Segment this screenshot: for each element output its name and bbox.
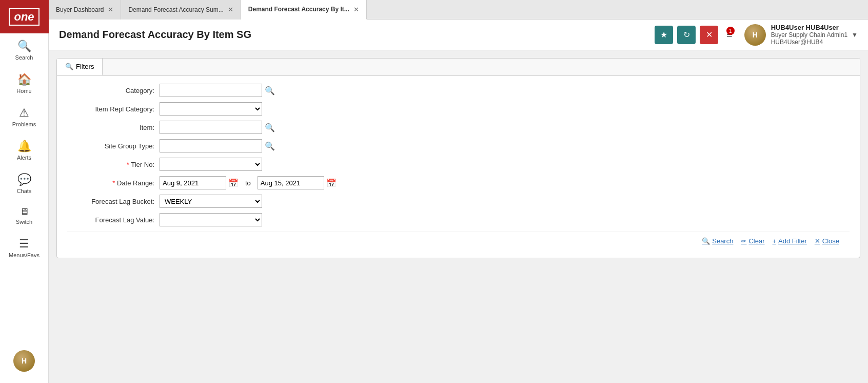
tier-no-row: * Tier No: bbox=[67, 158, 850, 171]
close-filter-icon: ✕ bbox=[815, 237, 820, 245]
notification-button[interactable]: ≡ 1 bbox=[726, 29, 733, 41]
sidebar: one 🔍 Search 🏠 Home ⚠ Problems 🔔 Alerts … bbox=[0, 0, 49, 383]
page-title: Demand Forecast Accuracy By Item SG bbox=[59, 29, 655, 41]
tab-demand-forecast-sum[interactable]: Demand Forecast Accuracy Sum... ✕ bbox=[121, 0, 241, 20]
date-range-control: 📅 to 📅 bbox=[160, 176, 337, 189]
clear-action-icon: ✏ bbox=[741, 237, 746, 245]
forecast-lag-value-select[interactable] bbox=[160, 213, 262, 226]
filter-panel: 🔍 Filters Category: 🔍 bbox=[56, 58, 860, 258]
tab-buyer-dashboard[interactable]: Buyer Dashboard ✕ bbox=[49, 0, 121, 20]
avatar-initials: H bbox=[13, 350, 35, 372]
forecast-lag-bucket-select[interactable]: WEEKLY DAILY MONTHLY bbox=[160, 195, 262, 208]
date-from-input[interactable] bbox=[160, 176, 226, 189]
menus-icon: ☰ bbox=[19, 237, 29, 251]
search-icon: 🔍 bbox=[17, 40, 31, 53]
user-info: HUB4User HUB4User Buyer Supply Chain Adm… bbox=[771, 24, 847, 46]
switch-icon: 🖥 bbox=[19, 206, 29, 217]
filter-body: Category: 🔍 Item Repl Category: bbox=[57, 76, 860, 258]
sidebar-item-home-label: Home bbox=[16, 88, 31, 94]
sidebar-item-menus-label: Menus/Favs bbox=[9, 252, 40, 258]
site-group-type-row: Site Group Type: 🔍 bbox=[67, 139, 850, 152]
refresh-button[interactable]: ↻ bbox=[677, 26, 696, 44]
item-control: 🔍 bbox=[160, 121, 275, 134]
category-search-button[interactable]: 🔍 bbox=[265, 86, 275, 95]
tab-buyer-dashboard-label: Buyer Dashboard bbox=[56, 6, 104, 13]
clear-action-label: Clear bbox=[748, 237, 764, 245]
sidebar-bottom: H bbox=[0, 344, 48, 383]
sidebar-item-home[interactable]: 🏠 Home bbox=[0, 67, 48, 100]
clear-button[interactable]: ✏ Clear bbox=[741, 237, 764, 245]
forecast-lag-bucket-label: Forecast Lag Bucket: bbox=[67, 198, 160, 205]
item-input[interactable] bbox=[160, 121, 262, 134]
forecast-lag-bucket-control: WEEKLY DAILY MONTHLY bbox=[160, 195, 262, 208]
user-name: HUB4User HUB4User bbox=[771, 24, 847, 31]
sidebar-item-switch[interactable]: 🖥 Switch bbox=[0, 200, 48, 231]
notification-badge: 1 bbox=[726, 27, 735, 35]
sidebar-item-problems[interactable]: ⚠ Problems bbox=[0, 100, 48, 133]
logo-text: one bbox=[9, 8, 39, 26]
item-repl-category-label: Item Repl Category: bbox=[67, 105, 160, 113]
main-content: Buyer Dashboard ✕ Demand Forecast Accura… bbox=[49, 0, 868, 383]
search-action-icon: 🔍 bbox=[702, 237, 710, 245]
category-label: Category: bbox=[67, 87, 160, 94]
item-row: Item: 🔍 bbox=[67, 121, 850, 134]
sidebar-item-chats-label: Chats bbox=[17, 188, 32, 194]
date-range-row: * Date Range: 📅 to 📅 bbox=[67, 176, 850, 189]
close-filter-label: Close bbox=[822, 237, 839, 245]
sidebar-user-avatar[interactable]: H bbox=[0, 344, 48, 378]
tab-demand-forecast-sum-label: Demand Forecast Accuracy Sum... bbox=[128, 6, 223, 13]
tab-buyer-dashboard-close[interactable]: ✕ bbox=[108, 6, 113, 13]
tier-no-label: * Tier No: bbox=[67, 161, 160, 168]
alerts-icon: 🔔 bbox=[17, 140, 31, 153]
tier-no-control bbox=[160, 158, 262, 171]
filter-icon: 🔍 bbox=[65, 63, 73, 70]
filter-actions: 🔍 Search ✏ Clear + Add Filter ✕ Close bbox=[67, 232, 850, 247]
search-button[interactable]: 🔍 Search bbox=[702, 237, 733, 245]
date-to-calendar-icon[interactable]: 📅 bbox=[326, 178, 337, 188]
category-input[interactable] bbox=[160, 84, 262, 97]
item-repl-category-select[interactable] bbox=[160, 102, 262, 116]
app-logo[interactable]: one bbox=[0, 0, 49, 33]
filter-tab-label: Filters bbox=[76, 63, 94, 70]
item-repl-category-control bbox=[160, 102, 262, 116]
sidebar-item-search-label: Search bbox=[15, 54, 33, 61]
filter-tab-filters[interactable]: 🔍 Filters bbox=[57, 59, 103, 75]
close-filter-button[interactable]: ✕ Close bbox=[815, 237, 839, 245]
site-group-type-label: Site Group Type: bbox=[67, 142, 160, 150]
date-from-calendar-icon[interactable]: 📅 bbox=[228, 178, 239, 188]
user-role: Buyer Supply Chain Admin1 bbox=[771, 31, 847, 39]
date-to-wrap: 📅 bbox=[258, 176, 337, 189]
add-filter-icon: + bbox=[773, 237, 777, 245]
tab-demand-forecast-item-close[interactable]: ✕ bbox=[353, 6, 359, 13]
tab-demand-forecast-sum-close[interactable]: ✕ bbox=[228, 6, 233, 13]
forecast-lag-bucket-row: Forecast Lag Bucket: WEEKLY DAILY MONTHL… bbox=[67, 195, 850, 208]
item-search-button[interactable]: 🔍 bbox=[265, 123, 275, 132]
tab-demand-forecast-item[interactable]: Demand Forecast Accuracy By It... ✕ bbox=[241, 0, 367, 20]
user-section[interactable]: H HUB4User HUB4User Buyer Supply Chain A… bbox=[744, 24, 858, 46]
user-avatar: H bbox=[744, 24, 766, 46]
chats-icon: 💬 bbox=[17, 173, 31, 186]
add-filter-button[interactable]: + Add Filter bbox=[773, 237, 807, 245]
sidebar-item-alerts-label: Alerts bbox=[17, 155, 31, 161]
filter-tabs: 🔍 Filters bbox=[57, 59, 860, 76]
home-icon: 🏠 bbox=[17, 73, 31, 86]
sidebar-item-alerts[interactable]: 🔔 Alerts bbox=[0, 133, 48, 167]
site-group-type-search-button[interactable]: 🔍 bbox=[265, 141, 275, 151]
sidebar-item-search[interactable]: 🔍 Search bbox=[0, 33, 48, 67]
user-email: HUB4User@HUB4 bbox=[771, 39, 847, 46]
date-to-input[interactable] bbox=[258, 176, 324, 189]
sidebar-item-chats[interactable]: 💬 Chats bbox=[0, 167, 48, 200]
tab-demand-forecast-item-label: Demand Forecast Accuracy By It... bbox=[248, 6, 349, 13]
page-header: Demand Forecast Accuracy By Item SG ★ ↻ … bbox=[49, 20, 868, 50]
user-avatar-image: H bbox=[744, 24, 766, 46]
content-area: 🔍 Filters Category: 🔍 bbox=[49, 50, 868, 383]
tier-no-select[interactable] bbox=[160, 158, 262, 171]
sidebar-item-menus[interactable]: ☰ Menus/Favs bbox=[0, 231, 48, 264]
category-control: 🔍 bbox=[160, 84, 275, 97]
item-repl-category-row: Item Repl Category: bbox=[67, 102, 850, 116]
forecast-lag-value-row: Forecast Lag Value: bbox=[67, 213, 850, 226]
site-group-type-input[interactable] bbox=[160, 139, 262, 152]
favorite-button[interactable]: ★ bbox=[655, 26, 673, 44]
close-page-button[interactable]: ✕ bbox=[700, 26, 718, 44]
header-actions: ★ ↻ ✕ ≡ 1 H HUB4User HUB4User Buyer Supp… bbox=[655, 24, 858, 46]
